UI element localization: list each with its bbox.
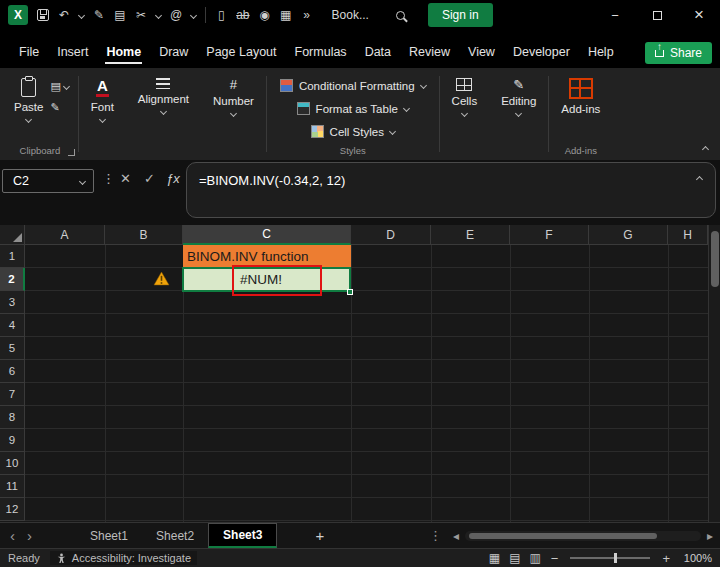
share-button[interactable]: Share <box>645 42 712 64</box>
row-header-11[interactable]: 11 <box>0 475 25 498</box>
zoom-slider[interactable] <box>570 557 650 559</box>
normal-view-icon[interactable]: ▦ <box>489 551 500 565</box>
column-header-b[interactable]: B <box>105 225 183 245</box>
number-button[interactable]: # Number <box>208 74 259 120</box>
sheet-tab-sheet2[interactable]: Sheet2 <box>142 525 208 547</box>
column-header-c[interactable]: C <box>183 225 351 245</box>
sheet-options-dots-icon[interactable]: ⋮ <box>421 528 450 543</box>
accessibility-status[interactable]: Accessibility: Investigate <box>50 551 197 565</box>
zoom-in-button[interactable]: + <box>662 552 670 565</box>
column-header-e[interactable]: E <box>431 225 510 245</box>
vertical-scrollbar[interactable] <box>708 225 720 522</box>
page-break-view-icon[interactable]: ▥ <box>529 551 540 565</box>
tab-developer[interactable]: Developer <box>504 40 579 64</box>
excel-logo-icon[interactable]: X <box>8 5 28 25</box>
select-all-button[interactable] <box>0 225 25 245</box>
conditional-formatting-button[interactable]: Conditional Formatting <box>274 74 432 97</box>
minimize-button[interactable]: − <box>594 0 636 30</box>
editing-button[interactable]: ✎ Editing <box>496 74 541 120</box>
tab-view[interactable]: View <box>459 40 504 64</box>
undo-chevron-icon[interactable] <box>78 11 85 18</box>
formula-bar-dots-icon[interactable]: ⋮ <box>102 172 115 185</box>
sheet-tab-sheet3[interactable]: Sheet3 <box>208 523 277 548</box>
paste-special-button[interactable]: ▤ <box>50 80 68 93</box>
undo-icon[interactable]: ↶ <box>58 9 70 21</box>
row-header-3[interactable]: 3 <box>0 291 25 314</box>
more-commands-icon[interactable]: » <box>301 9 313 21</box>
row-header-12[interactable]: 12 <box>0 498 25 521</box>
formula-input[interactable]: =BINOM.INV(-0.34,2, 12) <box>186 162 716 218</box>
maximize-button[interactable] <box>636 0 678 30</box>
zoom-level[interactable]: 100% <box>680 552 712 564</box>
save-icon[interactable] <box>37 9 49 21</box>
row-header-4[interactable]: 4 <box>0 314 25 337</box>
cut-icon[interactable]: ✂ <box>135 9 147 21</box>
tab-review[interactable]: Review <box>400 40 459 64</box>
name-box[interactable]: C2 <box>2 169 94 193</box>
insert-function-icon[interactable]: ƒx <box>166 172 180 185</box>
hscroll-left-icon[interactable]: ◂ <box>450 529 462 543</box>
alignment-button[interactable]: Alignment <box>133 74 194 118</box>
row-header-10[interactable]: 10 <box>0 452 25 475</box>
cell-styles-button[interactable]: Cell Styles <box>305 120 401 143</box>
strikethrough-icon[interactable]: ab <box>236 9 249 21</box>
search-icon[interactable] <box>396 11 405 20</box>
table-icon[interactable]: ▦ <box>280 9 292 21</box>
prev-sheet-icon[interactable]: ‹ <box>4 528 21 543</box>
row-header-7[interactable]: 7 <box>0 383 25 406</box>
zoom-out-button[interactable]: − <box>551 552 559 565</box>
hscroll-right-icon[interactable]: ▸ <box>704 529 716 543</box>
pen-icon[interactable]: ✎ <box>93 9 105 21</box>
column-header-a[interactable]: A <box>25 225 105 245</box>
tab-insert[interactable]: Insert <box>48 40 97 64</box>
new-document-icon[interactable]: ▯ <box>215 9 227 21</box>
collapse-formula-bar-icon[interactable] <box>696 176 703 183</box>
tab-file[interactable]: File <box>10 40 48 64</box>
addins-button[interactable]: Add-ins <box>556 74 605 119</box>
row-header-1[interactable]: 1 <box>0 245 25 268</box>
format-as-table-button[interactable]: Format as Table <box>291 97 415 120</box>
copy-icon[interactable]: ▤ <box>114 9 126 21</box>
fill-handle[interactable] <box>347 289 353 295</box>
row-header-8[interactable]: 8 <box>0 406 25 429</box>
column-header-f[interactable]: F <box>510 225 589 245</box>
row-header-5[interactable]: 5 <box>0 337 25 360</box>
cancel-icon[interactable]: ✕ <box>120 172 131 185</box>
page-layout-view-icon[interactable]: ▤ <box>509 551 520 565</box>
cells-area[interactable]: BINOM.INV function #NUM! <box>25 245 708 522</box>
clipboard-dialog-launcher-icon[interactable] <box>68 149 75 156</box>
column-header-g[interactable]: G <box>589 225 668 245</box>
sheet-tab-sheet1[interactable]: Sheet1 <box>76 525 142 547</box>
next-sheet-icon[interactable]: › <box>21 528 38 543</box>
cells-button[interactable]: Cells <box>447 74 483 120</box>
zoom-slider-thumb[interactable] <box>614 553 617 563</box>
row-header-9[interactable]: 9 <box>0 429 25 452</box>
add-sheet-button[interactable]: + <box>303 527 336 544</box>
tab-data[interactable]: Data <box>356 40 400 64</box>
tab-formulas[interactable]: Formulas <box>286 40 356 64</box>
paste-chevron-icon[interactable] <box>155 11 162 18</box>
format-painter-button[interactable]: ✎ <box>50 101 68 114</box>
row-header-2[interactable]: 2 <box>0 268 25 291</box>
column-header-h[interactable]: H <box>668 225 708 245</box>
row-header-6[interactable]: 6 <box>0 360 25 383</box>
column-header-d[interactable]: D <box>351 225 431 245</box>
camera-icon[interactable]: ◉ <box>259 9 271 21</box>
tab-page-layout[interactable]: Page Layout <box>197 40 285 64</box>
tab-home[interactable]: Home <box>97 40 150 64</box>
close-button[interactable]: × <box>678 0 720 30</box>
font-button[interactable]: A Font <box>86 74 119 126</box>
paste-button[interactable]: Paste <box>9 74 48 126</box>
error-warning-icon[interactable] <box>153 271 170 287</box>
workbook-name[interactable]: Book... <box>332 8 369 22</box>
sign-in-button[interactable]: Sign in <box>428 3 493 27</box>
horizontal-scrollbar-thumb[interactable] <box>469 533 657 539</box>
mention-icon[interactable]: @ <box>170 9 182 21</box>
horizontal-scrollbar[interactable] <box>465 531 701 541</box>
enter-icon[interactable]: ✓ <box>144 172 155 185</box>
tab-help[interactable]: Help <box>579 40 623 64</box>
vertical-scrollbar-thumb[interactable] <box>711 231 719 287</box>
mention-chevron-icon[interactable] <box>190 11 197 18</box>
tab-draw[interactable]: Draw <box>150 40 197 64</box>
collapse-ribbon-icon[interactable] <box>702 146 709 153</box>
